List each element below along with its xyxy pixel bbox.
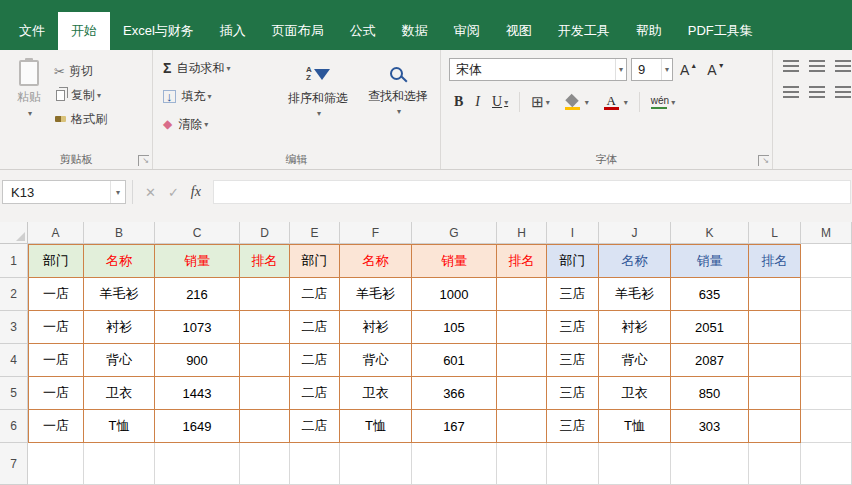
header-cell-K1[interactable]: 销量 <box>671 244 749 278</box>
cell-M3[interactable] <box>801 311 852 344</box>
cell-D7[interactable] <box>240 443 290 485</box>
cell-G6[interactable]: 167 <box>412 410 497 443</box>
align-left-icon[interactable] <box>783 86 799 98</box>
row-header-7[interactable]: 7 <box>0 443 28 485</box>
formula-input[interactable] <box>213 180 851 204</box>
cell-L3[interactable] <box>749 311 801 344</box>
cell-G7[interactable] <box>412 443 497 485</box>
format-painter-button[interactable]: 格式刷 <box>54 110 107 128</box>
cell-B7[interactable] <box>84 443 155 485</box>
row-header-3[interactable]: 3 <box>0 311 28 344</box>
align-top-icon[interactable] <box>783 60 799 72</box>
cell-M6[interactable] <box>801 410 852 443</box>
cell-F5[interactable]: 卫衣 <box>340 377 412 410</box>
cell-M7[interactable] <box>801 443 852 485</box>
font-dialog-launcher-icon[interactable]: ↘ <box>758 155 769 166</box>
cell-M1[interactable] <box>801 244 852 278</box>
cell-I2[interactable]: 三店 <box>547 278 599 311</box>
header-cell-C1[interactable]: 销量 <box>155 244 240 278</box>
row-header-4[interactable]: 4 <box>0 344 28 377</box>
cut-button[interactable]: ✂ 剪切 <box>54 62 107 80</box>
align-center-icon[interactable] <box>809 86 825 98</box>
clipboard-dialog-launcher-icon[interactable]: ↘ <box>138 155 149 166</box>
header-cell-D1[interactable]: 排名 <box>240 244 290 278</box>
cell-K4[interactable]: 2087 <box>671 344 749 377</box>
cell-L2[interactable] <box>749 278 801 311</box>
cell-D6[interactable] <box>240 410 290 443</box>
row-header-5[interactable]: 5 <box>0 377 28 410</box>
insert-function-button[interactable]: fx <box>191 184 201 200</box>
cell-J7[interactable] <box>599 443 671 485</box>
tab-excel-finance[interactable]: Excel与财务 <box>110 12 207 50</box>
col-header-J[interactable]: J <box>599 222 671 244</box>
cell-J6[interactable]: T恤 <box>599 410 671 443</box>
cell-J3[interactable]: 衬衫 <box>599 311 671 344</box>
cell-A4[interactable]: 一店 <box>28 344 84 377</box>
cell-A6[interactable]: 一店 <box>28 410 84 443</box>
cell-C3[interactable]: 1073 <box>155 311 240 344</box>
tab-home[interactable]: 开始 <box>58 12 110 50</box>
col-header-E[interactable]: E <box>290 222 340 244</box>
cell-E5[interactable]: 二店 <box>290 377 340 410</box>
col-header-M[interactable]: M <box>801 222 852 244</box>
cell-K5[interactable]: 850 <box>671 377 749 410</box>
cell-M5[interactable] <box>801 377 852 410</box>
cell-K2[interactable]: 635 <box>671 278 749 311</box>
cancel-button[interactable]: ✕ <box>145 185 156 200</box>
enter-button[interactable]: ✓ <box>168 185 179 200</box>
underline-button[interactable]: U▾ <box>487 94 513 110</box>
header-cell-J1[interactable]: 名称 <box>599 244 671 278</box>
shrink-font-button[interactable]: A ▼ <box>704 62 727 78</box>
autosum-button[interactable]: Σ 自动求和 ▾ <box>163 58 273 78</box>
font-size-combobox[interactable]: 9 ▾ <box>631 58 673 81</box>
col-header-F[interactable]: F <box>340 222 412 244</box>
cell-H2[interactable] <box>497 278 547 311</box>
tab-page-layout[interactable]: 页面布局 <box>259 12 337 50</box>
cell-I3[interactable]: 三店 <box>547 311 599 344</box>
cell-A5[interactable]: 一店 <box>28 377 84 410</box>
select-all-corner[interactable] <box>0 222 28 244</box>
cell-D5[interactable] <box>240 377 290 410</box>
tab-file[interactable]: 文件 <box>6 12 58 50</box>
cell-F2[interactable]: 羊毛衫 <box>340 278 412 311</box>
col-header-I[interactable]: I <box>547 222 599 244</box>
cell-I7[interactable] <box>547 443 599 485</box>
cell-B2[interactable]: 羊毛衫 <box>84 278 155 311</box>
cell-J5[interactable]: 卫衣 <box>599 377 671 410</box>
row-header-6[interactable]: 6 <box>0 410 28 443</box>
col-header-D[interactable]: D <box>240 222 290 244</box>
row-header-2[interactable]: 2 <box>0 278 28 311</box>
cell-K3[interactable]: 2051 <box>671 311 749 344</box>
cell-K6[interactable]: 303 <box>671 410 749 443</box>
align-bottom-icon[interactable] <box>835 60 851 72</box>
phonetic-guide-button[interactable]: wén ▾ <box>646 96 680 109</box>
col-header-L[interactable]: L <box>749 222 801 244</box>
header-cell-H1[interactable]: 排名 <box>497 244 547 278</box>
clear-button[interactable]: ◆ 清除 ▾ <box>163 114 273 134</box>
cell-D2[interactable] <box>240 278 290 311</box>
cell-C4[interactable]: 900 <box>155 344 240 377</box>
align-right-icon[interactable] <box>835 86 851 98</box>
cell-B3[interactable]: 衬衫 <box>84 311 155 344</box>
cell-H3[interactable] <box>497 311 547 344</box>
cell-C7[interactable] <box>155 443 240 485</box>
cell-E7[interactable] <box>290 443 340 485</box>
sort-filter-button[interactable]: AZ 排序和筛选 ▾ <box>281 56 355 153</box>
cell-A2[interactable]: 一店 <box>28 278 84 311</box>
cell-F4[interactable]: 背心 <box>340 344 412 377</box>
font-color-button[interactable]: A ▾ <box>596 95 633 110</box>
grow-font-button[interactable]: A ▲ <box>677 62 700 78</box>
cell-L4[interactable] <box>749 344 801 377</box>
col-header-H[interactable]: H <box>497 222 547 244</box>
tab-formulas[interactable]: 公式 <box>337 12 389 50</box>
fill-color-button[interactable]: ▾ <box>557 95 594 110</box>
copy-button[interactable]: 复制 ▾ <box>54 86 107 104</box>
font-name-combobox[interactable]: 宋体 ▾ <box>449 58 627 81</box>
cell-C5[interactable]: 1443 <box>155 377 240 410</box>
fill-button[interactable]: ↓ 填充 ▾ <box>163 86 273 106</box>
italic-button[interactable]: I <box>470 94 485 110</box>
cell-M4[interactable] <box>801 344 852 377</box>
cell-B4[interactable]: 背心 <box>84 344 155 377</box>
cell-L6[interactable] <box>749 410 801 443</box>
header-cell-A1[interactable]: 部门 <box>28 244 84 278</box>
